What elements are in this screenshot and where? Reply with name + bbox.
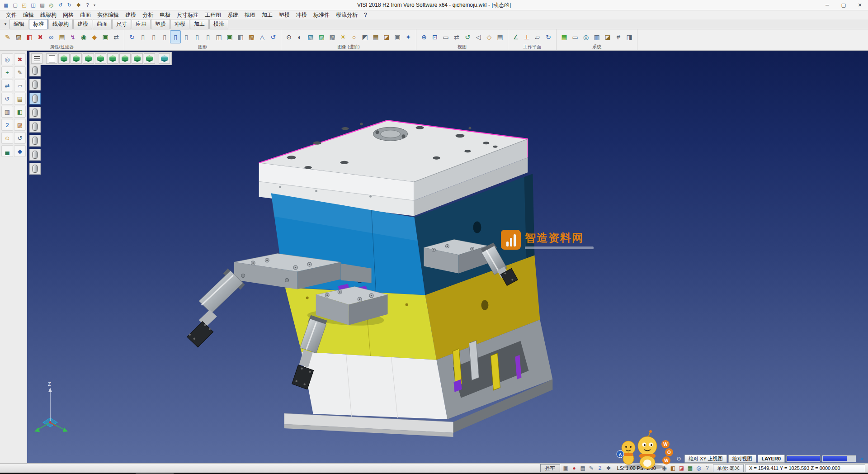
edit-node-icon[interactable]: ▱ <box>14 80 26 91</box>
menu-item[interactable]: 塑模 <box>276 10 293 20</box>
menu-item[interactable]: 工程图 <box>202 10 224 20</box>
hatch-box-icon[interactable]: ▩ <box>246 30 257 43</box>
workplane-normal-icon[interactable]: ⊥ <box>521 30 532 43</box>
user-icon[interactable]: ☺ <box>1 132 13 144</box>
attr-visibility-icon[interactable]: ◉ <box>78 30 89 43</box>
menu-item[interactable]: 曲面 <box>77 10 94 20</box>
display-style-7[interactable] <box>29 149 41 161</box>
glasses-icon[interactable]: ⊙ <box>283 30 294 43</box>
menu-item[interactable]: 尺寸标注 <box>174 10 202 20</box>
attr-tag-icon[interactable]: ◆ <box>89 30 100 43</box>
chart-icon[interactable]: ▄ <box>1 145 13 157</box>
shade-texture-icon[interactable]: ▩ <box>327 30 338 43</box>
view-dynamic-button[interactable] <box>159 53 170 64</box>
two-d-icon[interactable]: 2 <box>1 119 13 131</box>
zoom-select-icon[interactable]: ◎ <box>1 53 13 65</box>
hidden-line-cylinder-icon[interactable]: ▯ <box>148 30 159 43</box>
transparent-cylinder-icon[interactable]: ▯ <box>181 30 192 43</box>
absolute-view-segment[interactable]: 绝对视图 <box>728 455 756 463</box>
toolbar-tab[interactable]: 加工 <box>190 19 209 29</box>
toolbar-tab[interactable]: 模流 <box>209 19 228 29</box>
preview-icon[interactable]: ◎ <box>47 1 56 9</box>
view-back-button[interactable] <box>83 53 94 64</box>
pan-icon[interactable]: ⇄ <box>451 30 462 43</box>
calc-icon[interactable]: # <box>613 30 624 43</box>
save-icon[interactable]: ◫ <box>29 1 38 9</box>
workplane-align-icon[interactable]: ▱ <box>532 30 543 43</box>
new-view-button[interactable] <box>46 53 57 64</box>
globe-icon[interactable]: ◎ <box>580 30 591 43</box>
record-icon[interactable]: ● <box>570 465 579 472</box>
box-display-icon[interactable]: ◫ <box>213 30 224 43</box>
toolbar-tab[interactable]: 编辑 <box>9 19 28 29</box>
display-style-2[interactable] <box>29 79 41 90</box>
new-doc-icon[interactable]: ▢ <box>11 1 19 9</box>
attr-select-icon[interactable]: ⇄ <box>111 30 122 43</box>
toolbar-tab[interactable]: 应用 <box>132 19 151 29</box>
view-bottom-button[interactable] <box>132 53 143 64</box>
menu-item[interactable]: 编辑 <box>20 10 37 20</box>
open-icon[interactable]: ◰ <box>20 1 28 9</box>
view-list-icon[interactable]: ▤ <box>495 30 505 43</box>
toolbar-tab[interactable]: 线架构 <box>48 19 73 29</box>
ambient-icon[interactable]: ○ <box>349 30 359 43</box>
shade-material-icon[interactable]: ▨ <box>316 30 327 43</box>
zoom-in-icon[interactable]: ⊕ <box>419 30 429 43</box>
ramp-icon[interactable]: ◪ <box>602 30 613 43</box>
view-axon-button[interactable] <box>144 53 155 64</box>
search-icon[interactable]: ⊙ <box>675 455 683 462</box>
section-box-icon[interactable]: ◧ <box>235 30 246 43</box>
toolbar-tab[interactable]: 尺寸 <box>112 19 131 29</box>
shaded-cylinder-icon[interactable]: ▯ <box>159 30 170 43</box>
toolbar-tab[interactable]: 塑膜 <box>151 19 170 29</box>
attr-match-icon[interactable]: ↯ <box>67 30 78 43</box>
attr-layers-icon[interactable]: ▤ <box>57 30 67 43</box>
display-style-5[interactable] <box>29 121 41 133</box>
grid-icon[interactable]: ▦ <box>686 465 694 472</box>
printer-icon[interactable]: ▤ <box>579 465 587 472</box>
attr-filter-off-icon[interactable]: ✖ <box>35 30 46 43</box>
display-icon[interactable]: ◨ <box>624 30 635 43</box>
glasses-3d-icon[interactable]: ◐ <box>294 30 305 43</box>
help-icon[interactable]: ? <box>83 1 92 9</box>
info-icon[interactable]: ? <box>703 465 712 472</box>
dynamic-view-icon[interactable]: ◇ <box>484 30 495 43</box>
toolbar-tab[interactable]: 曲面 <box>93 19 112 29</box>
zoom-extents-icon[interactable]: ⊡ <box>429 30 440 43</box>
redraw-icon[interactable]: ↻ <box>127 30 137 43</box>
display-style-1[interactable] <box>29 65 41 76</box>
solid-box-icon[interactable]: ▣ <box>224 30 235 43</box>
previous-view-icon[interactable]: ◁ <box>473 30 484 43</box>
menu-item[interactable]: 模流分析 <box>333 10 361 20</box>
world-icon[interactable]: ◎ <box>694 465 703 472</box>
settings-icon[interactable]: ✱ <box>74 1 83 9</box>
view-front-button[interactable] <box>71 53 82 64</box>
view-right-button[interactable] <box>107 53 118 64</box>
undo-icon[interactable]: ↺ <box>56 1 65 9</box>
view-menu-button[interactable] <box>31 53 42 64</box>
attr-brush-icon[interactable]: ▨ <box>13 30 24 43</box>
minimize-button[interactable]: ─ <box>819 0 835 10</box>
tab-overflow-icon[interactable]: ▼ <box>2 22 9 26</box>
menu-item[interactable]: 文件 <box>3 10 20 20</box>
undo-small-icon[interactable]: ↺ <box>14 132 26 144</box>
toolbar-tab[interactable]: 建模 <box>73 19 92 29</box>
delete-tool-icon[interactable]: ✖ <box>14 53 26 65</box>
display-style-4[interactable] <box>29 107 41 118</box>
display-style-6[interactable] <box>29 135 41 147</box>
measure-icon[interactable]: + <box>1 66 13 78</box>
app-icon[interactable]: ▦ <box>2 1 10 9</box>
save-small-icon[interactable]: ◆ <box>14 145 26 157</box>
cube-icon[interactable]: ◪ <box>677 465 686 472</box>
menu-item[interactable]: 系统 <box>224 10 241 20</box>
attr-edit-icon[interactable]: ✎ <box>2 30 13 43</box>
menu-item[interactable]: ? <box>361 11 370 19</box>
shade-quality-icon[interactable]: ▧ <box>305 30 316 43</box>
gear-icon[interactable]: ✱ <box>604 465 613 472</box>
redo-icon[interactable]: ↻ <box>65 1 74 9</box>
menu-item[interactable]: 建模 <box>122 10 139 20</box>
palette-icon[interactable]: ▨ <box>14 119 26 131</box>
snapshot-icon[interactable]: ▣ <box>392 30 403 43</box>
transform-icon[interactable]: ⇄ <box>1 80 13 91</box>
close-button[interactable]: ✕ <box>852 0 868 10</box>
